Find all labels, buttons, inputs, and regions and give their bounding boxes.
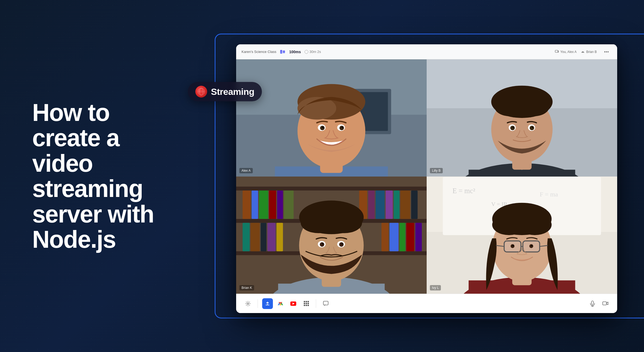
svg-rect-45 <box>252 191 258 219</box>
video-cell-ivy: E = mc² V = IR F = ma <box>427 177 617 294</box>
chat-button[interactable] <box>320 298 331 309</box>
video-label-alex: Alex A <box>239 168 253 173</box>
svg-point-8 <box>608 51 609 52</box>
video-bg-brian <box>236 177 427 294</box>
svg-point-99 <box>529 244 533 248</box>
logo-bar-1 <box>280 50 282 54</box>
svg-point-38 <box>513 127 514 128</box>
video-bg-ivy: E = mc² V = IR F = ma <box>427 177 617 294</box>
svg-rect-48 <box>277 191 283 219</box>
left-section: How to create a video streaming server w… <box>0 78 193 274</box>
svg-point-22 <box>339 126 344 130</box>
svg-rect-5 <box>555 50 558 52</box>
camera-button[interactable] <box>600 298 611 309</box>
svg-rect-103 <box>323 301 328 305</box>
participant-you: You, Alex A <box>555 50 576 54</box>
logo-icon <box>280 50 288 54</box>
room-name: Karen's Science Class <box>241 50 276 54</box>
svg-point-73 <box>327 213 362 233</box>
svg-rect-63 <box>390 223 399 251</box>
svg-rect-61 <box>276 223 283 251</box>
page-title: How to create a video streaming server w… <box>32 100 172 252</box>
svg-point-79 <box>341 243 343 245</box>
video-label-ivy: Ivy L <box>430 285 441 290</box>
svg-point-101 <box>531 245 532 246</box>
svg-point-33 <box>517 97 549 116</box>
brand-name: 100ms <box>289 50 301 54</box>
apps-button[interactable] <box>301 298 312 309</box>
svg-rect-55 <box>401 191 410 219</box>
youtube-button[interactable] <box>288 298 299 309</box>
svg-rect-41 <box>236 186 427 190</box>
svg-rect-66 <box>415 223 422 251</box>
svg-text:F = ma: F = ma <box>540 191 558 198</box>
session-timer: 30m 2s <box>305 50 321 54</box>
svg-point-98 <box>511 244 514 248</box>
svg-rect-54 <box>394 191 400 219</box>
svg-point-92 <box>518 214 552 235</box>
svg-text:E = mc²: E = mc² <box>452 187 475 195</box>
svg-rect-65 <box>406 223 414 251</box>
svg-point-24 <box>342 127 343 128</box>
browser-header-left: Karen's Science Class 100ms 30m 2s <box>241 50 321 54</box>
svg-point-6 <box>604 51 605 52</box>
video-cell-lilly: Lilly B <box>427 59 617 177</box>
logo-bar-2 <box>283 51 285 53</box>
svg-rect-49 <box>284 191 294 219</box>
svg-rect-59 <box>261 223 266 251</box>
streaming-badge-text: Streaming <box>211 87 254 97</box>
svg-point-23 <box>322 127 324 128</box>
mic-button[interactable] <box>587 298 598 309</box>
google-drive-button[interactable] <box>275 298 286 309</box>
svg-rect-47 <box>269 191 276 219</box>
video-bg-lilly <box>427 59 617 177</box>
svg-rect-107 <box>603 302 606 305</box>
video-grid: Alex A <box>236 59 617 294</box>
settings-button[interactable] <box>243 298 253 309</box>
toolbar-divider-1 <box>258 299 258 308</box>
svg-rect-51 <box>368 191 375 219</box>
toolbar-divider-2 <box>316 299 316 308</box>
svg-point-21 <box>320 126 325 130</box>
svg-rect-46 <box>259 191 268 219</box>
svg-rect-58 <box>251 223 260 251</box>
svg-rect-44 <box>243 191 251 219</box>
brand-logo: 100ms <box>280 50 301 54</box>
more-options-button[interactable] <box>601 46 612 57</box>
video-bg-alex <box>236 59 427 177</box>
svg-rect-53 <box>386 191 393 219</box>
share-button[interactable] <box>262 298 273 309</box>
grid-icon <box>304 301 309 306</box>
video-label-brian: Brian K <box>239 285 254 290</box>
browser-window: Karen's Science Class 100ms 30m 2s <box>236 44 617 313</box>
svg-point-102 <box>247 303 249 304</box>
svg-rect-57 <box>243 223 250 251</box>
svg-point-76 <box>320 242 324 247</box>
participant-brian: Brian B <box>581 50 597 54</box>
right-section: Streaming Karen's Science Class 100ms <box>193 23 644 329</box>
browser-header-right: You, Alex A Brian B <box>555 46 612 57</box>
svg-rect-52 <box>376 191 385 219</box>
svg-rect-60 <box>268 223 276 251</box>
youtube-icon <box>290 301 296 306</box>
streaming-badge: Streaming <box>188 82 262 101</box>
svg-point-37 <box>530 126 534 130</box>
video-label-lilly: Lilly B <box>430 168 443 173</box>
svg-rect-62 <box>382 223 389 251</box>
video-cell-alex: Alex A <box>236 59 427 177</box>
browser-toolbar <box>236 294 617 313</box>
svg-point-100 <box>513 245 514 246</box>
svg-rect-56 <box>411 191 418 219</box>
svg-point-7 <box>606 51 607 52</box>
streaming-globe-icon <box>195 86 207 98</box>
svg-point-78 <box>322 243 323 245</box>
svg-point-39 <box>532 127 533 128</box>
video-cell-brian: Brian K <box>236 177 427 294</box>
svg-point-77 <box>339 242 344 247</box>
svg-rect-64 <box>400 223 405 251</box>
svg-rect-104 <box>591 301 594 304</box>
svg-point-36 <box>510 126 515 130</box>
browser-header: Karen's Science Class 100ms 30m 2s <box>236 44 617 59</box>
clock-icon <box>305 50 308 54</box>
